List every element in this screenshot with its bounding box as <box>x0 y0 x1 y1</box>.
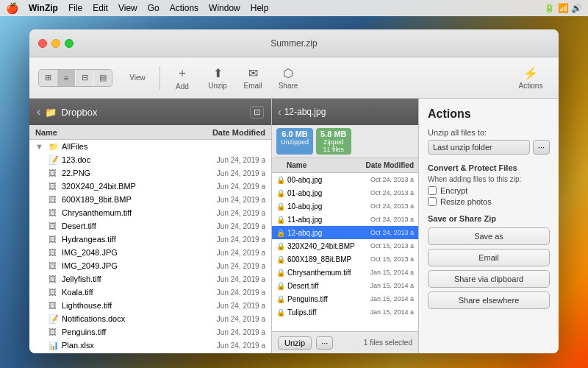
list-item[interactable]: 🖼 Lighthouse.tiff Jun 24, 2019 a <box>29 299 271 312</box>
lock-icon: 🔒 <box>276 176 285 184</box>
menubar-go[interactable]: Go <box>148 3 159 13</box>
maximize-button[interactable] <box>65 39 74 48</box>
file-type-icon: 🖼 <box>49 182 59 191</box>
clipboard-share-button[interactable]: Share via clipboard <box>428 270 550 288</box>
middle-date-col-header: Date Modified <box>362 161 414 169</box>
middle-file-date: Oct 24, 2013 a <box>362 189 414 197</box>
encrypt-checkbox[interactable] <box>428 186 437 195</box>
middle-back-arrow-icon[interactable]: ‹ <box>278 106 282 118</box>
menubar-edit[interactable]: Edit <box>93 3 108 13</box>
middle-file-date: Oct 24, 2013 a <box>362 216 414 223</box>
file-name-label: Lighthouse.tiff <box>62 301 184 310</box>
last-unzip-folder-display: Last unzip folder <box>428 140 530 155</box>
menubar-view[interactable]: View <box>118 3 137 13</box>
list-item[interactable]: 🖼 320X240_24bit.BMP Jun 24, 2019 a <box>29 180 271 193</box>
list-item[interactable]: 🖼 600X189_8bit.BMP Jun 24, 2019 a <box>29 193 271 206</box>
add-button[interactable]: ＋ Add <box>166 63 198 93</box>
file-name-label: Penguins.tiff <box>62 328 184 336</box>
menubar: 🍎 WinZip File Edit View Go Actions Windo… <box>0 0 588 16</box>
menubar-winzip[interactable]: WinZip <box>29 3 58 13</box>
actions-toolbar-button[interactable]: ⚡ Actions <box>512 63 550 93</box>
file-type-icon: 🖼 <box>49 195 59 204</box>
list-item[interactable]: 📝 123.doc Jun 24, 2019 a <box>29 153 271 166</box>
list-item[interactable]: 📊 Sales.xlsx Jun 24, 2019 a <box>29 352 271 353</box>
file-type-icon: 📝 <box>49 155 59 165</box>
list-item[interactable]: 🔒 10-abq.jpg Oct 24, 2013 a <box>272 199 418 213</box>
middle-panel: ‹ 12-abq.jpg 6.0 MB Unzipped 5.8 MB Zipp… <box>272 99 419 353</box>
list-item[interactable]: 🔒 00-abq.jpg Oct 24, 2013 a <box>272 173 418 186</box>
file-name-label: 320X240_24bit.BMP <box>62 182 184 191</box>
left-panel: ‹ 📁 Dropbox ⊡ Name Date Modified ▼ 📁 All… <box>29 99 272 353</box>
actions-toolbar-icon: ⚡ <box>523 66 538 80</box>
files-selected-label: 1 files selected <box>364 339 412 347</box>
lock-icon: 🔒 <box>276 189 285 197</box>
list-item[interactable]: 📊 Plan.xlsx Jun 24, 2019 a <box>29 339 271 352</box>
middle-file-list[interactable]: 🔒 00-abq.jpg Oct 24, 2013 a 🔒 01-abq.jpg… <box>272 173 418 331</box>
list-item[interactable]: 🖼 Desert.tiff Jun 24, 2019 a <box>29 219 271 233</box>
list-item[interactable]: 🔒 Desert.tiff Jan 15, 2014 a <box>272 279 418 292</box>
apple-menu[interactable]: 🍎 <box>6 2 18 14</box>
list-item[interactable]: 🔒 12-abq.jpg Oct 24, 2013 a <box>272 226 418 239</box>
lock-icon: 🔒 <box>276 295 285 303</box>
unzip-folder-more-button[interactable]: ··· <box>533 140 550 155</box>
dropbox-info-icon[interactable]: ⊡ <box>250 106 264 118</box>
menubar-actions[interactable]: Actions <box>170 3 198 13</box>
unzip-button[interactable]: ⬆ Unzip <box>201 63 234 93</box>
middle-file-date: Oct 15, 2013 a <box>362 242 414 250</box>
list-item[interactable]: 🖼 Koala.tiff Jun 24, 2019 a <box>29 286 271 299</box>
file-type-icon: 🖼 <box>49 169 59 177</box>
file-name-label: 22.PNG <box>62 169 184 177</box>
column-view-button[interactable]: ⊟ <box>76 70 93 86</box>
middle-filename-label: 12-abq.jpg <box>284 107 412 117</box>
email-share-button[interactable]: Email <box>428 249 550 266</box>
actions-panel-title: Actions <box>428 107 550 121</box>
grid-view-button[interactable]: ⊞ <box>39 70 57 86</box>
file-name-label: 123.doc <box>62 155 184 164</box>
menubar-help[interactable]: Help <box>251 3 269 13</box>
list-item[interactable]: 🖼 Hydrangeas.tiff Jun 24, 2019 a <box>29 233 271 246</box>
email-button[interactable]: ✉ Email <box>237 63 269 93</box>
toolbar-sep-1 <box>159 66 160 90</box>
zipped-badge: 5.8 MB Zipped 11 files <box>316 128 351 155</box>
file-date-label: Jun 24, 2019 a <box>184 236 265 244</box>
left-file-list[interactable]: ▼ 📁 AllFiles 📝 123.doc Jun 24, 2019 a 🖼 … <box>29 140 271 353</box>
last-unzip-row: Last unzip folder ··· <box>428 140 550 155</box>
folder-icon: 📁 <box>49 142 59 152</box>
save-as-button[interactable]: Save as <box>428 227 550 245</box>
file-name-label: IMG_2048.JPG <box>62 248 184 257</box>
coverflow-view-button[interactable]: ▤ <box>94 70 112 86</box>
menubar-window[interactable]: Window <box>209 3 240 13</box>
list-view-button[interactable]: ≡ <box>57 70 75 86</box>
lock-icon: 🔒 <box>276 216 285 224</box>
list-item[interactable]: 🔒 600X189_8Bit.BMP Oct 15, 2013 a <box>272 252 418 266</box>
list-item[interactable]: 🔒 Chrysanthemum.tiff Jan 15, 2014 a <box>272 266 418 279</box>
list-item[interactable]: 🔒 11-abq.jpg Oct 24, 2013 a <box>272 213 418 226</box>
close-button[interactable] <box>38 39 47 48</box>
elsewhere-share-button[interactable]: Share elsewhere <box>428 291 550 309</box>
convert-desc-text: When adding files to this zip: <box>428 175 550 183</box>
zipped-label: Zipped <box>323 138 344 146</box>
minimize-button[interactable] <box>51 39 60 48</box>
name-column-header: Name <box>35 128 184 137</box>
list-item[interactable]: ▼ 📁 AllFiles <box>29 140 271 153</box>
more-options-button[interactable]: ··· <box>316 336 333 350</box>
list-item[interactable]: 🖼 Jellyfish.tiff Jun 24, 2019 a <box>29 272 271 286</box>
unzipped-zipped-bar: 6.0 MB Unzipped 5.8 MB Zipped 11 files <box>272 125 418 158</box>
list-item[interactable]: 🔒 Penguins.tiff Jan 15, 2014 a <box>272 292 418 305</box>
list-item[interactable]: 🔒 01-abq.jpg Oct 24, 2013 a <box>272 186 418 199</box>
list-item[interactable]: 🖼 IMG_2048.JPG Jun 24, 2019 a <box>29 246 271 259</box>
back-arrow-icon[interactable]: ‹ <box>37 105 40 118</box>
file-date-label: Jun 24, 2019 a <box>184 156 265 164</box>
list-item[interactable]: 🔒 Tulips.tiff Jan 15, 2014 a <box>272 305 418 319</box>
list-item[interactable]: 🖼 22.PNG Jun 24, 2019 a <box>29 166 271 180</box>
unzip-small-button[interactable]: Unzip <box>278 336 312 350</box>
encrypt-checkbox-row: Encrypt <box>428 186 550 195</box>
list-item[interactable]: 🖼 Penguins.tiff Jun 24, 2019 a <box>29 325 271 339</box>
resize-photos-checkbox[interactable] <box>428 197 437 206</box>
list-item[interactable]: 📝 Notifications.docx Jun 24, 2019 a <box>29 312 271 325</box>
list-item[interactable]: 🖼 Chrysanthemum.tiff Jun 24, 2019 a <box>29 206 271 219</box>
menubar-file[interactable]: File <box>68 3 82 13</box>
share-button[interactable]: ⬡ Share <box>272 63 304 93</box>
list-item[interactable]: 🖼 IMG_2049.JPG Jun 24, 2019 a <box>29 259 271 272</box>
list-item[interactable]: 🔒 320X240_24bit.BMP Oct 15, 2013 a <box>272 239 418 252</box>
